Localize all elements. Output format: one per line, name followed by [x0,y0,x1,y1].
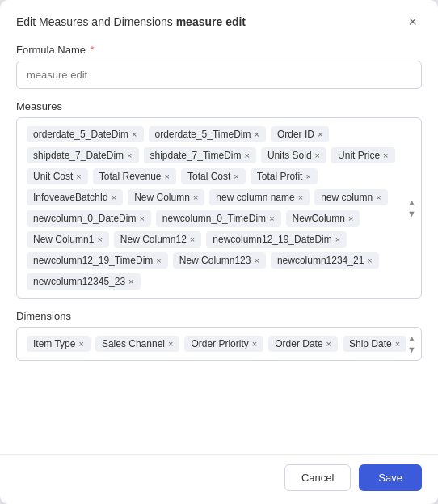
tag-remove-button[interactable]: × [383,151,388,160]
dialog-footer: Cancel Save [0,454,438,504]
tag-remove-button[interactable]: × [376,193,381,202]
list-item: New Column× [128,189,204,205]
list-item: New Column1× [27,231,109,248]
tag-remove-button[interactable]: × [298,193,303,202]
formula-label-text: Formula Name [16,44,86,56]
tag-remove-button[interactable]: × [315,151,320,160]
measures-section-label: Measures [16,100,422,112]
tag-label: Total Profit [257,171,303,182]
tag-label: Unit Price [338,150,380,161]
cancel-button[interactable]: Cancel [284,464,351,491]
tag-label: Order Date [275,338,322,349]
list-item: new column× [314,189,387,205]
tag-label: Total Revenue [99,171,162,182]
list-item: newcolumn_0_TimeDim× [156,210,281,227]
list-item: Order Date× [268,336,338,352]
tag-remove-button[interactable]: × [269,214,274,223]
save-button[interactable]: Save [359,464,422,491]
tag-label: newcolumn_0_TimeDim [162,213,266,224]
dimensions-section-label: Dimensions [16,310,422,322]
dialog-header: Edit Measures and Dimensions measure edi… [0,0,438,40]
list-item: shipdate_7_TimeDim× [144,147,256,163]
tag-label: Order Priority [191,338,248,349]
list-item: orderdate_5_TimeDim× [149,126,266,142]
formula-name-input[interactable] [16,61,422,89]
tag-remove-button[interactable]: × [254,130,259,139]
scroll-down-icon: ▼ [407,209,416,218]
tag-remove-button[interactable]: × [76,172,81,181]
tag-label: Order ID [277,129,314,140]
tag-label: Item Type [33,338,75,349]
tag-remove-button[interactable]: × [244,151,249,160]
dimensions-tags-container: Item Type×Sales Channel×Order Priority×O… [16,327,422,361]
list-item: InfoveaveBatchId× [27,189,123,205]
list-item: Sales Channel× [95,336,180,352]
tag-label: newcolumn1234_21 [277,255,364,266]
tag-remove-button[interactable]: × [326,340,331,349]
tag-label: New Column12 [120,234,187,245]
tag-label: shipdate_7_TimeDim [150,150,242,161]
tag-label: New Column123 [179,255,251,266]
list-item: New Column12× [114,231,201,248]
tag-remove-button[interactable]: × [168,340,173,349]
tag-remove-button[interactable]: × [348,214,353,223]
list-item: Total Cost× [181,168,246,184]
list-item: newcolumn12_19_TimeDim× [27,252,168,269]
tag-remove-button[interactable]: × [128,277,133,286]
tag-remove-button[interactable]: × [193,193,198,202]
tag-label: shipdate_7_DateDim [33,150,124,161]
list-item: Ship Date× [343,336,406,352]
dimensions-scroll-arrows[interactable]: ▲ ▼ [407,333,416,354]
list-item: Order ID× [271,126,329,142]
tag-label: orderdate_5_DateDim [33,129,128,140]
tag-remove-button[interactable]: × [156,256,161,265]
list-item: newcolumn1234_21× [271,252,379,269]
tag-label: InfoveaveBatchId [33,192,108,203]
tag-label: Total Cost [187,171,230,182]
scroll-up-icon: ▲ [407,333,416,343]
list-item: shipdate_7_DateDim× [27,147,139,163]
tag-remove-button[interactable]: × [367,256,372,265]
list-item: Item Type× [27,336,91,352]
list-item: Units Sold× [261,147,326,163]
tag-label: New Column [134,192,190,203]
tag-remove-button[interactable]: × [305,172,310,181]
list-item: new column name× [209,189,310,205]
list-item: newcolumn_0_DateDim× [27,210,151,227]
list-item: orderdate_5_DateDim× [27,126,144,142]
tag-remove-button[interactable]: × [127,151,132,160]
list-item: Unit Cost× [27,168,88,184]
tag-label: Units Sold [267,150,312,161]
tag-remove-button[interactable]: × [97,235,102,244]
title-prefix: Edit Measures and Dimensions [16,15,173,28]
tag-remove-button[interactable]: × [254,256,259,265]
list-item: newcolumn12345_23× [27,273,141,290]
tag-remove-button[interactable]: × [139,214,144,223]
tag-remove-button[interactable]: × [165,172,170,181]
close-button[interactable]: × [403,13,422,31]
tag-label: Ship Date [349,338,392,349]
tag-label: orderdate_5_TimeDim [155,129,251,140]
dialog-body: Formula Name * Measures orderdate_5_Date… [0,40,438,454]
tag-remove-button[interactable]: × [112,193,116,202]
tag-remove-button[interactable]: × [78,340,83,349]
list-item: Order Priority× [184,336,263,352]
list-item: New Column123× [173,252,266,269]
tag-remove-button[interactable]: × [190,235,195,244]
tag-remove-button[interactable]: × [318,130,322,139]
scroll-down-icon: ▼ [407,345,416,354]
tag-remove-button[interactable]: × [234,172,238,181]
tag-remove-button[interactable]: × [335,235,340,244]
tag-remove-button[interactable]: × [252,340,257,349]
dialog-title: Edit Measures and Dimensions measure edi… [16,15,246,28]
tag-label: New Column1 [33,234,94,245]
measures-scroll-arrows[interactable]: ▲ ▼ [407,197,416,218]
tag-label: Sales Channel [102,338,165,349]
formula-label: Formula Name * [16,44,422,56]
list-item: newcolumn12_19_DateDim× [206,231,347,248]
title-bold: measure edit [176,15,246,28]
list-item: NewColumn× [286,210,360,227]
tag-remove-button[interactable]: × [132,130,137,139]
measures-tags-container: orderdate_5_DateDim×orderdate_5_TimeDim×… [16,117,422,299]
tag-remove-button[interactable]: × [395,340,400,349]
